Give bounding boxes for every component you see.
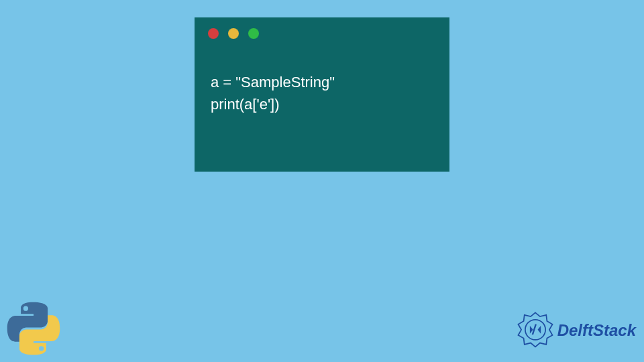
window-traffic-lights <box>195 17 449 39</box>
svg-marker-3 <box>537 326 541 334</box>
code-line: a = "SampleString" <box>211 71 433 93</box>
python-logo-icon <box>7 302 60 355</box>
code-line: print(a['e']) <box>211 93 433 115</box>
code-window: a = "SampleString" print(a['e']) <box>195 17 449 172</box>
delftstack-emblem-icon <box>516 311 555 350</box>
maximize-icon <box>248 28 259 39</box>
code-body: a = "SampleString" print(a['e']) <box>195 39 449 115</box>
minimize-icon <box>228 28 239 39</box>
svg-marker-0 <box>518 312 552 347</box>
close-icon <box>208 28 219 39</box>
delftstack-logo: DelftStack <box>516 311 636 350</box>
delftstack-text: DelftStack <box>557 321 636 340</box>
svg-point-1 <box>525 320 545 340</box>
